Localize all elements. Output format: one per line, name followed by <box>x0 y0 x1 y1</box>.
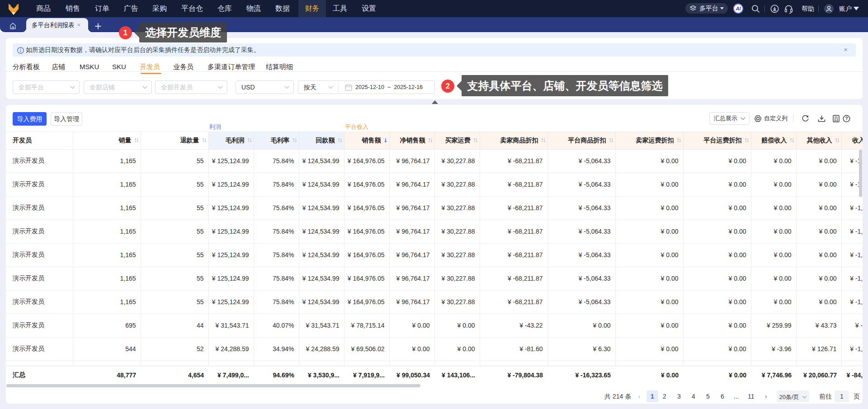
svg-text:?: ? <box>845 116 848 121</box>
svg-text:AI: AI <box>736 6 741 11</box>
